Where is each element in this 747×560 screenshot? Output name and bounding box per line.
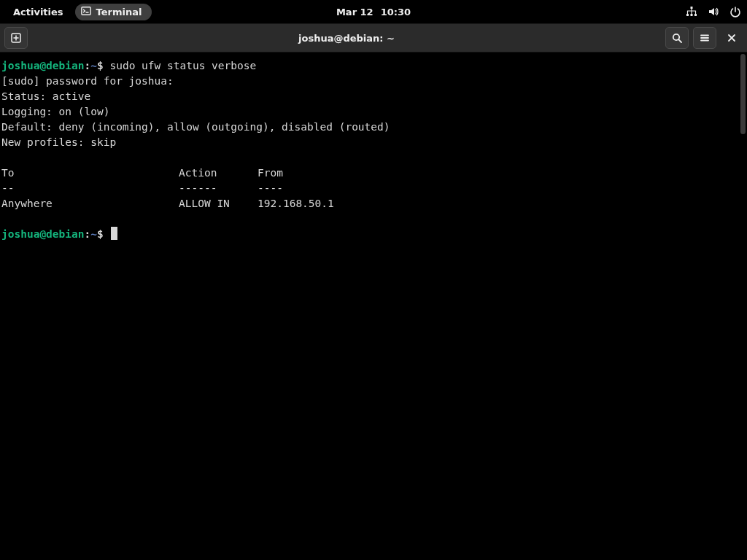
prompt-path: ~ [90,228,97,240]
prompt-colon: : [85,228,91,240]
output-line: [sudo] password for joshua: [1,75,174,87]
rules-header-sep: -- [1,181,179,196]
rule-action: ALLOW IN [179,196,258,211]
rule-to: Anywhere [1,196,179,211]
system-tray [686,6,741,18]
terminal-scrollbar[interactable] [739,52,747,560]
network-icon[interactable] [686,6,697,18]
rule-from: 192.168.50.1 [258,196,334,211]
new-tab-button[interactable] [4,27,28,49]
terminal-icon [81,6,91,18]
active-app-pill[interactable]: Terminal [75,4,152,20]
command-text: sudo ufw status verbose [109,60,256,71]
window-close-button[interactable] [721,27,743,49]
terminal-viewport: joshua@debian:~$ sudo ufw status verbose… [0,52,747,560]
terminal-output[interactable]: joshua@debian:~$ sudo ufw status verbose… [0,52,739,560]
window-title: joshua@debian: ~ [28,33,665,44]
clock-button[interactable]: Mar 12 10:30 [336,7,411,18]
svg-rect-1 [691,7,693,9]
rules-header-action: Action [179,166,258,181]
volume-icon[interactable] [708,6,719,18]
active-app-label: Terminal [96,7,142,18]
prompt-user-host: joshua@debian [1,60,85,71]
scrollbar-thumb[interactable] [740,54,746,134]
svg-rect-3 [691,14,693,16]
panel-time: 10:30 [381,7,411,18]
rules-header-to: To [1,166,179,181]
output-line: Status: active [1,90,90,102]
prompt-path: ~ [90,60,97,71]
output-line: Default: deny (incoming), allow (outgoin… [1,121,390,133]
rules-header-sep: ---- [258,181,283,196]
svg-rect-4 [694,14,697,16]
prompt-dollar: $ [97,228,104,240]
terminal-cursor [111,227,117,240]
gnome-top-panel: Activities Terminal Mar 12 10:30 [0,0,747,23]
rules-header-from: From [258,166,283,181]
svg-rect-2 [686,14,689,16]
window-titlebar: joshua@debian: ~ [0,23,747,52]
prompt-dollar: $ [97,60,104,71]
rules-header-sep: ------ [179,181,258,196]
output-line: Logging: on (low) [1,106,109,117]
power-icon[interactable] [729,6,741,18]
search-button[interactable] [665,27,689,49]
activities-button[interactable]: Activities [6,4,71,20]
panel-date: Mar 12 [336,7,374,18]
hamburger-menu-button[interactable] [693,27,716,49]
output-line: New profiles: skip [1,136,116,148]
prompt-colon: : [85,60,91,71]
prompt-user-host: joshua@debian [1,228,85,240]
svg-rect-0 [81,7,90,15]
